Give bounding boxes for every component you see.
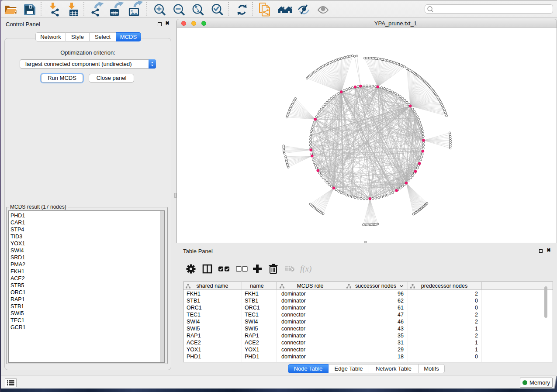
svg-text:f(x): f(x)	[300, 264, 311, 274]
